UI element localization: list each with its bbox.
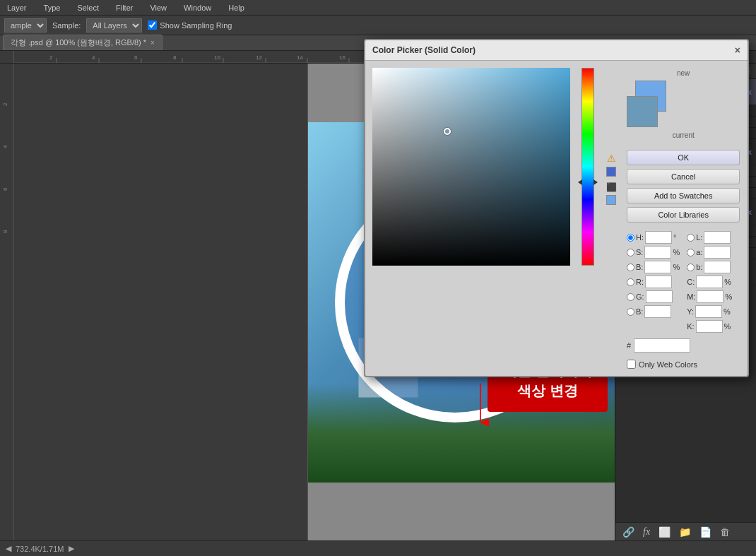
hue-label: H: [636,233,644,242]
k-row: K: 0 % [687,320,740,333]
delete-button[interactable]: 🗑 [717,525,733,539]
color-gradient-container[interactable] [372,68,570,369]
tab-close-button[interactable]: × [150,39,155,47]
link-button[interactable]: 🔗 [620,525,637,539]
out-of-gamut-icon[interactable]: ⬛ [606,182,617,192]
sat-value[interactable]: 53 [644,246,671,259]
l-value[interactable]: 67 [704,231,731,244]
web-colors-checkbox[interactable] [627,360,636,369]
ruler-corner [0,51,14,64]
bri-unit: % [673,263,680,271]
color-picker-dialog[interactable]: Color Picker (Solid Color) × ⚠ [364,39,749,377]
swatch-and-controls: new current OK Cancel Add to Swatches Co… [627,68,740,369]
svg-text:12: 12 [256,54,262,61]
hue-unit: ° [673,233,676,242]
g-label: G: [636,292,644,301]
menu-bar: Layer Type Select Filter View Window Hel… [0,0,756,16]
hue-radio[interactable] [627,234,634,242]
menu-select[interactable]: Select [73,2,103,13]
sat-radio[interactable] [627,249,634,256]
menu-layer[interactable]: Layer [3,2,31,13]
dialog-body: ⚠ ⬛ new current O [365,61,748,376]
a-value[interactable]: -6 [704,246,731,259]
nearest-color-swatch[interactable] [606,195,616,205]
layer-toolbar: 🔗 fx ⬜ 📁 📄 🗑 [615,522,756,540]
b3-label: b: [696,263,702,271]
m-value[interactable]: 24 [697,290,723,303]
show-sampling-checkbox[interactable] [148,20,157,30]
color-gradient[interactable] [372,68,570,266]
hex-row: # 6ea8e8 [627,338,740,353]
svg-text:2: 2 [49,54,53,61]
web-color-swatch[interactable] [606,167,616,177]
current-label-text: current [673,131,695,139]
sat-label: S: [636,248,643,256]
toolbar: ample Sample: All Layers Show Sampling R… [0,16,756,35]
ok-button[interactable]: OK [627,150,740,165]
sample-label: Sample: [52,21,81,30]
document-tab[interactable]: 각형 .psd @ 100% (원형배경, RGB/8) * × [3,35,163,50]
bri-radio[interactable] [627,264,634,271]
vertical-ruler: 2 4 6 8 [0,64,308,540]
new-label-text: new [677,69,690,77]
c-unit: % [724,278,731,286]
k-value[interactable]: 0 [696,320,723,333]
status-bar: ◀ 732.4K/1.71M ▶ [0,540,756,556]
navigate-right[interactable]: ▶ [69,544,74,553]
color-libraries-button[interactable]: Color Libraries [627,207,740,223]
hue-arrow-left [578,179,582,185]
current-label: current [627,130,740,140]
menu-type[interactable]: Type [40,2,65,13]
b3-radio[interactable] [687,264,695,271]
g-radio[interactable] [627,293,634,301]
menu-view[interactable]: View [146,2,171,13]
bri-value[interactable]: 91 [644,261,671,273]
svg-text:8: 8 [2,230,8,233]
group-button[interactable]: 📁 [676,525,694,539]
cancel-button[interactable]: Cancel [627,169,740,184]
menu-help[interactable]: Help [224,2,249,13]
menu-filter[interactable]: Filter [112,2,137,13]
svg-text:16: 16 [339,54,345,61]
a-row: a: -6 [687,246,740,259]
show-sampling-label[interactable]: Show Sampling Ring [148,20,232,30]
add-to-swatches-button[interactable]: Add to Swatches [627,188,740,203]
hue-strip[interactable] [581,68,594,266]
y-label: Y: [687,307,694,316]
new-layer-button[interactable]: 📄 [697,525,714,539]
current-color-swatch[interactable] [627,96,658,127]
gradient-cursor [444,128,451,135]
dialog-close-button[interactable]: × [735,45,740,56]
color-warning-icon[interactable]: ⚠ [607,153,616,164]
hue-value[interactable]: 211 [645,231,672,244]
web-colors-row: Only Web Colors [627,360,740,369]
b3-value[interactable]: -39 [704,261,731,273]
l-radio[interactable] [687,234,695,242]
r-radio[interactable] [627,278,634,286]
r-value[interactable]: 110 [645,276,672,288]
y-unit: % [723,307,731,316]
l-row: L: 67 [687,231,740,244]
hex-input[interactable]: 6ea8e8 [634,338,690,353]
menu-window[interactable]: Window [179,2,215,13]
alert-strip: ⚠ ⬛ [606,68,617,369]
fx-button[interactable]: fx [640,525,653,539]
all-layers-select[interactable]: All Layers [86,18,142,32]
tab-filename: 각형 .psd @ 100% (원형배경, RGB/8) * [11,37,146,48]
svg-text:6: 6 [134,54,138,61]
navigate-left[interactable]: ◀ [6,544,11,553]
g-value[interactable]: 168 [646,290,673,303]
c-value[interactable]: 54 [696,276,723,288]
y-row: Y: 0 % [687,305,740,318]
hue-strip-container[interactable] [581,68,594,369]
b3-row: b: -39 [687,261,740,273]
y-value[interactable]: 0 [695,305,722,318]
blue-row: B: 232 [627,305,680,318]
sample-select[interactable]: ample [4,18,47,32]
a-radio[interactable] [687,249,695,256]
swatch-area [627,81,666,127]
b2-radio[interactable] [627,308,634,316]
mask-button[interactable]: ⬜ [656,525,673,539]
bri-label: B: [636,263,643,271]
b2-value[interactable]: 232 [644,305,671,318]
